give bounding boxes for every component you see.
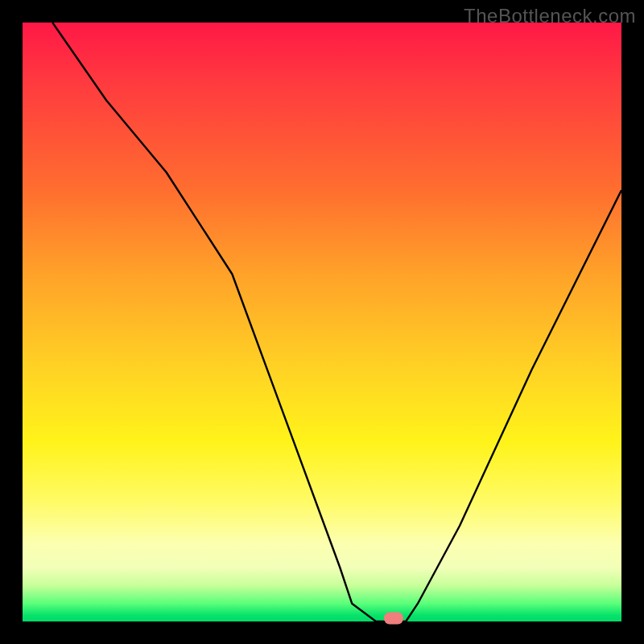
chart-stage: TheBottleneck.com [0,0,644,644]
optimal-marker [384,613,403,625]
plot-area [23,23,621,621]
curve-svg [23,23,621,621]
bottleneck-curve [52,23,621,621]
